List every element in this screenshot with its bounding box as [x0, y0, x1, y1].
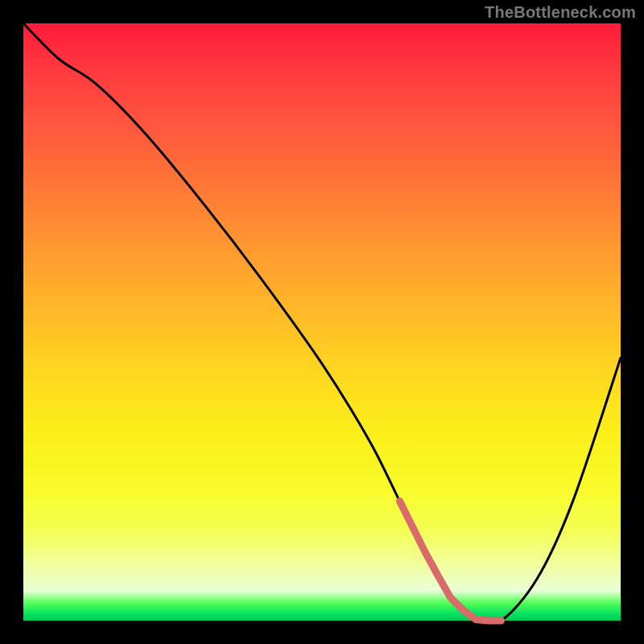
chart-frame: TheBottleneck.com — [0, 0, 644, 644]
flat-segment — [400, 502, 502, 621]
curve-path — [23, 23, 621, 625]
bottleneck-curve — [23, 23, 621, 621]
plot-area — [23, 23, 621, 621]
watermark-text: TheBottleneck.com — [485, 3, 636, 22]
